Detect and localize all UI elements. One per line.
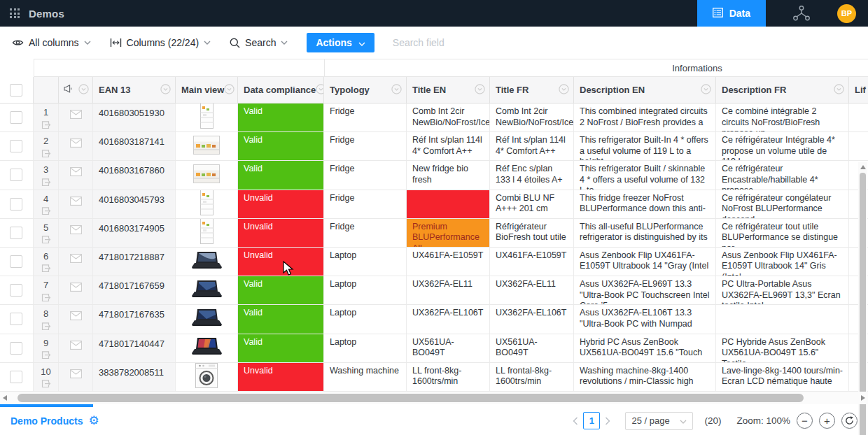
cell-description-fr[interactable]: Ce combiné intégrable 2 circuits NoFrost… [716, 104, 849, 131]
export-icon[interactable] [41, 379, 51, 391]
row-checkbox[interactable] [10, 198, 22, 211]
cell-description-en[interactable]: This fridge freezer NoFrost BLUPerforman… [574, 190, 716, 218]
export-icon[interactable] [41, 206, 51, 218]
row-mail-cell[interactable] [59, 363, 93, 391]
cell-title-en[interactable]: LL front-8kg-1600trs/min [407, 363, 490, 391]
search-menu[interactable]: Search [230, 37, 288, 48]
current-page[interactable]: 1 [583, 412, 600, 429]
cell-main-view[interactable] [176, 132, 238, 160]
cell-main-view[interactable] [176, 305, 238, 333]
column-header-title-fr[interactable]: Title FR [490, 77, 574, 103]
cell-description-en[interactable]: Asus Zenbook Flip UX461FA-E1059T Ultrabo… [574, 248, 716, 276]
cell-title-fr[interactable]: UX362FA-EL106T [490, 305, 574, 333]
column-header-title-en[interactable]: Title EN [407, 77, 490, 103]
export-icon[interactable] [41, 149, 51, 161]
cell-title-fr[interactable]: Réf Int s/plan 114l 4* Comfort A++ [490, 132, 574, 160]
search-input[interactable] [391, 36, 541, 49]
cell-title-en[interactable]: New fridge bio fresh [407, 161, 490, 189]
cell-title-en[interactable] [407, 190, 490, 218]
cell-data-compliance[interactable]: Unvalid [238, 190, 324, 218]
row-checkbox[interactable] [10, 313, 22, 325]
cell-description-en[interactable]: This combined integrated circuits 2 NoFr… [574, 104, 716, 131]
gear-icon[interactable]: ⚙ [88, 415, 99, 427]
row-mail-cell[interactable] [59, 161, 93, 189]
cell-data-compliance[interactable]: Unvalid [238, 363, 324, 391]
filter-icon[interactable] [78, 84, 89, 97]
cell-main-view[interactable] [176, 104, 238, 131]
row-select-cell[interactable] [0, 161, 34, 189]
next-page-button[interactable] [600, 417, 615, 425]
cell-title-fr[interactable]: UX362FA-EL11 [490, 276, 574, 304]
export-icon[interactable] [41, 120, 51, 132]
filter-icon[interactable] [475, 84, 485, 97]
cell-ean13[interactable]: 4718017167659 [93, 276, 176, 304]
row-checkbox[interactable] [10, 111, 22, 124]
columns-selector[interactable]: Columns (22/24) [110, 37, 211, 48]
filter-icon[interactable] [391, 84, 402, 97]
row-mail-cell[interactable] [59, 104, 93, 131]
cell-ean13[interactable]: 4718017218887 [93, 248, 176, 276]
cell-title-fr[interactable]: LL frontal-8kg-1600trs/min [490, 363, 574, 391]
cell-ean13[interactable]: 4016803174905 [93, 219, 176, 247]
cell-main-view[interactable] [176, 161, 238, 189]
row-select-cell[interactable] [0, 219, 34, 247]
scroll-right-arrow-icon[interactable] [861, 395, 865, 401]
filter-icon[interactable] [160, 84, 171, 97]
cell-title-fr[interactable]: Comb Int 2cir NewBio/NoFrost/Ice [490, 104, 574, 131]
cell-ean13[interactable]: 4718017167635 [93, 305, 176, 333]
cell-ean13[interactable]: 4016803187141 [93, 132, 176, 160]
column-header-description-fr[interactable]: Description FR [716, 77, 849, 103]
cell-description-en[interactable]: Hybrid PC Asus ZenBook UX561UA-BO049T 15… [574, 334, 716, 362]
cell-data-compliance[interactable]: Unvalid [238, 248, 324, 276]
cell-title-en[interactable]: Comb Int 2cir NewBio/NoFrost/Ice [407, 104, 490, 131]
row-mail-cell[interactable] [59, 132, 93, 160]
row-select-cell[interactable] [0, 190, 34, 218]
h-scrollbar[interactable] [0, 392, 868, 404]
cell-description-en[interactable]: This refrigerator Built / skinnable 4 * … [574, 161, 716, 189]
zoom-out-button[interactable]: − [797, 413, 813, 429]
cell-description-fr[interactable]: Ce réfrigérateur Encastrable/habillable … [716, 161, 849, 189]
cell-title-en[interactable]: UX362FA-EL106T [407, 305, 490, 333]
select-all-checkbox[interactable] [10, 84, 22, 97]
cell-main-view[interactable] [176, 363, 238, 391]
tab-demo-products[interactable]: Demo Products ⚙ [10, 415, 99, 427]
export-icon[interactable] [41, 322, 51, 334]
cell-description-en[interactable]: Asus UX362FA-EL969T 13.3 "Ultra-Book PC … [574, 276, 716, 304]
column-header-data-compliance[interactable]: Data compliance [238, 77, 324, 103]
cell-data-compliance[interactable]: Valid [238, 276, 324, 304]
cell-description-fr[interactable]: Lave-linge-8kg-1400 tours/min-Ecran LCD … [716, 363, 849, 391]
cell-data-compliance[interactable]: Valid [238, 305, 324, 333]
cell-description-fr[interactable]: Ce réfrigérateur Intégrable 4* propose u… [716, 132, 849, 160]
cell-data-compliance[interactable]: Valid [238, 161, 324, 189]
row-mail-cell[interactable] [59, 248, 93, 276]
column-header-typology[interactable]: Typology [324, 77, 407, 103]
cell-typology[interactable]: Washing machine [324, 363, 407, 391]
cell-main-view[interactable] [176, 248, 238, 276]
row-checkbox[interactable] [10, 371, 22, 383]
cell-lifestyle[interactable] [849, 104, 868, 131]
row-select-cell[interactable] [0, 363, 34, 391]
cell-typology[interactable]: Fridge [324, 132, 407, 160]
cell-description-fr[interactable] [716, 305, 849, 333]
cell-ean13[interactable]: 3838782008511 [93, 363, 176, 391]
filter-icon[interactable] [316, 84, 324, 97]
cell-data-compliance[interactable]: Valid [238, 104, 324, 131]
row-select-cell[interactable] [0, 132, 34, 160]
cell-ean13[interactable]: 4016803051930 [93, 104, 176, 131]
cell-description-fr[interactable]: Ce réfrigérateur tout utile BLUPerforman… [716, 219, 849, 247]
cell-title-en[interactable]: UX461FA-E1059T [407, 248, 490, 276]
view-selector[interactable]: All columns [12, 37, 91, 48]
zoom-in-button[interactable]: + [819, 413, 835, 429]
scroll-left-arrow-icon[interactable] [3, 395, 7, 401]
row-mail-cell[interactable] [59, 305, 93, 333]
cell-typology[interactable]: Fridge [324, 190, 407, 218]
row-mail-cell[interactable] [59, 190, 93, 218]
cell-ean13[interactable]: 4718017140447 [93, 334, 176, 362]
export-icon[interactable] [41, 350, 51, 362]
cell-title-en[interactable]: Premium BLUPerformance All- [407, 219, 490, 247]
column-header-ean13[interactable]: EAN 13 [93, 77, 176, 103]
column-header-main-view[interactable]: Main view [176, 77, 238, 103]
cell-title-fr[interactable]: Combi BLU NF A+++ 201 cm [490, 190, 574, 218]
export-icon[interactable] [41, 235, 51, 247]
cell-description-en[interactable]: This refrigerator Built-In 4 * offers a … [574, 132, 716, 160]
